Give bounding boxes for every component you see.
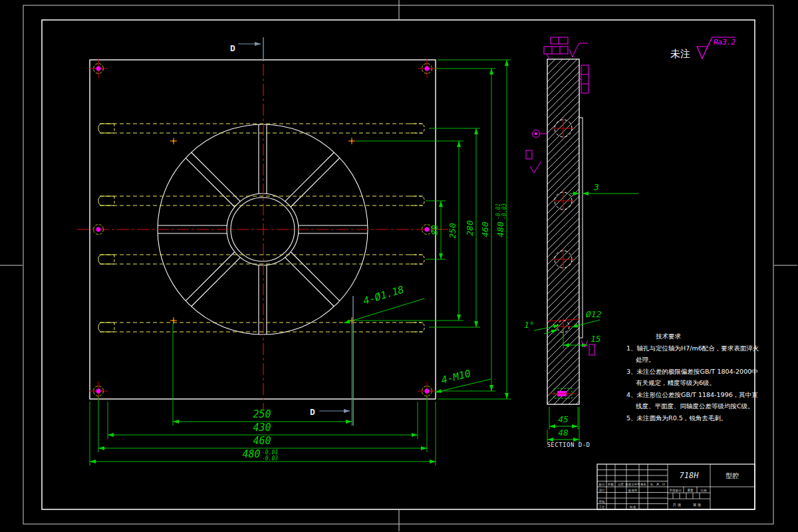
tech-req-line: 有关规定，精度等级为6级。 bbox=[622, 377, 771, 389]
tech-req-line: 5、未注圆角为R0.5，锐角去毛刺。 bbox=[622, 412, 771, 424]
tech-req-line: 4、未注形位公差按GB/T 1184-1996，其中直 bbox=[622, 389, 771, 401]
tech-req-line: 线度、平面度、同轴度公差等级均按C级。 bbox=[622, 400, 771, 412]
tb-process: 工艺 bbox=[599, 505, 606, 509]
dim-45-text: 45 bbox=[558, 414, 569, 424]
technical-requirements: 技术要求 1、轴孔与定位轴为H7/m6配合，要求表面淬火 处理。 3、未注公差的… bbox=[622, 331, 771, 424]
dim-480-text: 480 bbox=[242, 448, 260, 460]
tech-req-line: 处理。 bbox=[622, 354, 771, 366]
tb-standardize: 标准化 bbox=[628, 488, 638, 493]
dim-width-outer: 48 bbox=[547, 407, 579, 443]
tb-scale: 比例 bbox=[701, 489, 708, 493]
tapped-hole bbox=[89, 59, 108, 78]
t-slot bbox=[98, 124, 424, 133]
sheet-frame bbox=[0, 0, 797, 531]
tb-weight: 重量 bbox=[688, 488, 694, 492]
tapped-hole bbox=[418, 59, 436, 78]
tb-check: 审核 bbox=[599, 500, 606, 503]
dim-hole-dia-text: Ø12 bbox=[586, 309, 602, 319]
tb-approve: 批准 bbox=[629, 505, 636, 509]
section-cut-line: D D bbox=[230, 37, 353, 426]
dim-280-right-text: 280 bbox=[465, 220, 475, 236]
tb-stage-mark: 阶段标记 bbox=[670, 488, 682, 493]
small-holes-label: 4-Ø1.18 bbox=[362, 283, 406, 307]
leader-small-holes: 4-Ø1.18 bbox=[344, 283, 424, 323]
small-hole bbox=[348, 138, 355, 144]
small-holes bbox=[170, 138, 355, 324]
gdt-frame-top2 bbox=[551, 37, 568, 44]
drawing-canvas: D D 4-Ø1.18 4-M10 250 430 460 bbox=[0, 0, 798, 532]
tb-design: 设计 bbox=[599, 488, 606, 492]
dim-width-inner: 45 bbox=[549, 407, 578, 430]
section-step bbox=[579, 118, 583, 338]
tb-rev-mark: 标记 bbox=[598, 482, 606, 487]
cad-drawing-sheet: D D 4-Ø1.18 4-M10 250 430 460 bbox=[0, 0, 798, 532]
tb-rev-zone: 分区 bbox=[618, 482, 624, 486]
surface-symbol-top bbox=[569, 43, 588, 57]
dim-step-text: 3 bbox=[593, 182, 599, 192]
tb-sheet-no: 第 张 bbox=[693, 503, 702, 507]
roughness-icon bbox=[697, 47, 708, 59]
small-hole bbox=[170, 138, 177, 144]
section-body bbox=[547, 59, 579, 404]
dim-hole-depth-text: 15 bbox=[591, 334, 601, 344]
tech-req-line: 3、未注公差的极限偏差按GB/T 1804-2000中 bbox=[622, 366, 771, 378]
tb-rev-count: 处数 bbox=[608, 482, 614, 486]
material-label: 718H bbox=[680, 471, 700, 480]
dim-80-right-text: 80 bbox=[430, 225, 440, 235]
tech-req-title: 技术要求 bbox=[622, 331, 771, 342]
dim-250-right-text: 250 bbox=[448, 223, 458, 239]
tb-sheet-total: 共 张 bbox=[672, 503, 682, 507]
datum-symbol-left bbox=[533, 130, 548, 138]
gdt-frame-top bbox=[544, 47, 568, 59]
dim-480-right-tol-dn: -0.03 bbox=[501, 203, 507, 219]
dim-430-text: 430 bbox=[253, 422, 271, 434]
section-view: 3 1° Ø12 15 45 48 bbox=[524, 37, 638, 448]
surface-note-value: Ra3.2 bbox=[714, 38, 735, 47]
dim-460-text: 460 bbox=[253, 435, 271, 447]
dim-480-right-text: 480 bbox=[495, 221, 505, 237]
outer-border bbox=[23, 5, 773, 524]
inner-border bbox=[42, 20, 755, 509]
t-slot bbox=[98, 323, 424, 332]
dim-taper-text: 1° bbox=[524, 320, 535, 330]
dim-480-tol-dn: -0.03 bbox=[262, 456, 278, 462]
tapped-holes-label: 4-M10 bbox=[440, 367, 472, 386]
surface-symbol-left bbox=[526, 150, 541, 173]
tb-rev-sign: 签名 bbox=[640, 483, 646, 486]
title-block: 718H 型腔 标记 处数 分区 更改文件号 签名 年、月、日 设计 标准化 审… bbox=[597, 464, 755, 509]
section-letter-bottom: D bbox=[310, 407, 315, 417]
section-letter-top: D bbox=[230, 43, 235, 53]
tb-rev-doc: 更改文件号 bbox=[625, 482, 640, 486]
dim-480-right-text-group: 480 -0.01 -0.03 bbox=[495, 203, 507, 237]
dim-48-text: 48 bbox=[558, 428, 569, 438]
part-name-label: 型腔 bbox=[726, 472, 739, 479]
t-slot bbox=[98, 255, 424, 264]
roughness-icon-flank bbox=[708, 37, 712, 47]
leader-tapped-holes: 4-M10 bbox=[436, 367, 491, 392]
dim-480-right-tol-up: -0.01 bbox=[495, 203, 501, 219]
section-title: SECTION D-D bbox=[547, 442, 590, 448]
surface-note: 未注 Ra3.2 bbox=[670, 37, 735, 60]
surface-note-prefix: 未注 bbox=[670, 48, 690, 60]
dim-480-text-group: 480 -0.01 -0.03 bbox=[242, 448, 278, 462]
front-view: D D 4-Ø1.18 4-M10 250 430 460 bbox=[77, 37, 511, 466]
gdt-frame-right bbox=[579, 65, 589, 93]
dim-460-right-text: 460 bbox=[480, 221, 490, 237]
dim-250-text: 250 bbox=[253, 408, 271, 420]
dim-480-tol-up: -0.01 bbox=[262, 450, 278, 456]
tech-req-line: 1、轴孔与定位轴为H7/m6配合，要求表面淬火 bbox=[622, 342, 771, 354]
tb-rev-date: 年、月、日 bbox=[650, 483, 666, 486]
